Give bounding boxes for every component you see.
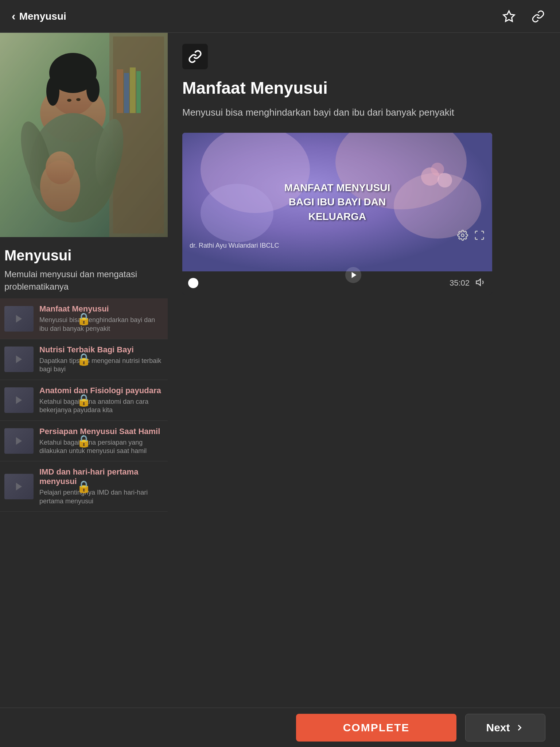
bottom-bar: COMPLETE Next: [0, 708, 560, 747]
left-column: Menyusui Memulai menyusui dan mengatasi …: [0, 33, 168, 512]
complete-button[interactable]: COMPLETE: [296, 714, 456, 742]
svg-marker-35: [477, 279, 481, 286]
fullscreen-icon: [474, 230, 485, 241]
lesson-info: Manfaat Menyusui Menyusui bisa menghinda…: [39, 304, 163, 333]
lesson-detail-title: Manfaat Menyusui: [182, 78, 545, 98]
lesson-link-badge: [182, 44, 208, 69]
chevron-right-icon: [514, 723, 525, 733]
video-top-controls: [457, 230, 485, 242]
svg-marker-34: [351, 272, 356, 278]
lesson-info: IMD dan hari-hari pertama menyusui Pelaj…: [39, 467, 163, 506]
video-thumbnail: MANFAAT MENYUSUI BAGI IBU BAYI DAN KELUA…: [182, 133, 492, 271]
header: ‹ Menyusui: [0, 0, 560, 33]
lesson-thumbnail: 🔒: [4, 387, 34, 413]
lesson-description: Ketahui bagaimana persiapan yang dilakuk…: [39, 438, 163, 456]
lesson-description: Menyusui bisa menghindarkan bayi dan ibu…: [39, 316, 163, 333]
header-actions: [499, 6, 548, 27]
video-play-button[interactable]: [345, 267, 361, 283]
video-thumb-icon: [14, 481, 24, 492]
svg-marker-21: [16, 356, 22, 363]
video-thumb-icon: [14, 436, 24, 446]
hero-image-overlay: [0, 33, 168, 237]
svg-marker-22: [16, 396, 22, 404]
header-left: ‹ Menyusui: [12, 9, 66, 23]
lesson-thumbnail: 🔒: [4, 474, 34, 499]
svg-marker-0: [503, 11, 514, 22]
bottom-spacer: [0, 512, 560, 556]
video-thumb-icon: [14, 314, 24, 324]
video-overlay-text: MANFAAT MENYUSUI BAGI IBU BAYI DAN KELUA…: [260, 181, 415, 224]
lesson-description: Pelajari pentingnya IMD dan hari-hari pe…: [39, 488, 163, 506]
play-icon: [350, 271, 358, 279]
bookmark-button[interactable]: [499, 6, 519, 27]
lesson-name: Anatomi dan Fisiologi payudara: [39, 386, 163, 395]
link-badge-icon: [188, 50, 202, 63]
lesson-thumbnail: 🔒: [4, 306, 34, 332]
video-controls-bar: 35:02: [182, 271, 492, 295]
lesson-info: Persiapan Menyusui Saat Hamil Ketahui ba…: [39, 427, 163, 456]
lesson-item[interactable]: 🔒 Nutrisi Terbaik Bagi Bayi Dapatkan tip…: [0, 339, 168, 380]
lesson-thumbnail: 🔒: [4, 347, 34, 372]
svg-marker-24: [16, 483, 22, 490]
video-player[interactable]: MANFAAT MENYUSUI BAGI IBU BAYI DAN KELUA…: [182, 133, 492, 295]
svg-point-32: [438, 173, 452, 187]
lesson-info: Anatomi dan Fisiologi payudara Ketahui b…: [39, 386, 163, 415]
video-instructor: dr. Rathi Ayu Wulandari IBCLC: [190, 242, 279, 249]
svg-marker-20: [16, 315, 22, 322]
header-title: Menyusui: [19, 11, 66, 22]
lesson-item[interactable]: 🔒 Anatomi dan Fisiologi payudara Ketahui…: [0, 380, 168, 421]
chevron-left-icon: ‹: [12, 9, 16, 23]
main-content: Menyusui Memulai menyusui dan mengatasi …: [0, 33, 560, 512]
course-main-title: Menyusui: [4, 247, 163, 264]
share-icon: [532, 10, 545, 23]
lesson-name: Nutrisi Terbaik Bagi Bayi: [39, 345, 163, 355]
lesson-item[interactable]: 🔒 Manfaat Menyusui Menyusui bisa menghin…: [0, 298, 168, 339]
lesson-item[interactable]: 🔒 IMD dan hari-hari pertama menyusui Pel…: [0, 461, 168, 512]
lesson-description: Dapatkan tips ins mengenai nutrisi terba…: [39, 357, 163, 374]
video-volume-button[interactable]: [475, 277, 486, 289]
svg-point-33: [461, 234, 464, 237]
volume-icon: [475, 277, 486, 288]
settings-icon: [457, 230, 468, 241]
svg-marker-23: [16, 437, 22, 445]
course-main-desc: Memulai menyusui dan mengatasi problemat…: [4, 268, 163, 293]
video-duration: 35:02: [450, 278, 470, 288]
share-button[interactable]: [528, 6, 548, 27]
course-title-section: Menyusui Memulai menyusui dan mengatasi …: [0, 237, 168, 298]
next-button-label: Next: [486, 721, 510, 734]
hero-image-simulation: [0, 33, 168, 237]
video-bg: MANFAAT MENYUSUI BAGI IBU BAYI DAN KELUA…: [182, 133, 492, 271]
video-settings-button[interactable]: [457, 230, 468, 242]
video-progress-indicator[interactable]: [188, 278, 198, 288]
lesson-name: Persiapan Menyusui Saat Hamil: [39, 427, 163, 436]
video-fullscreen-button[interactable]: [474, 230, 485, 242]
lesson-name: IMD dan hari-hari pertama menyusui: [39, 467, 163, 486]
right-column: Manfaat Menyusui Menyusui bisa menghinda…: [168, 33, 560, 512]
video-thumb-icon: [14, 395, 24, 405]
star-icon: [502, 10, 516, 23]
lesson-item[interactable]: 🔒 Persiapan Menyusui Saat Hamil Ketahui …: [0, 421, 168, 462]
lesson-list: 🔒 Manfaat Menyusui Menyusui bisa menghin…: [0, 298, 168, 512]
lesson-thumbnail: 🔒: [4, 428, 34, 454]
hero-image: [0, 33, 168, 237]
lesson-detail-desc: Menyusui bisa menghindarkan bayi dan ibu…: [182, 105, 545, 120]
lesson-info: Nutrisi Terbaik Bagi Bayi Dapatkan tips …: [39, 345, 163, 374]
lesson-description: Ketahui bagaimana anatomi dan cara beker…: [39, 398, 163, 415]
next-button[interactable]: Next: [465, 714, 545, 742]
back-button[interactable]: ‹ Menyusui: [12, 9, 66, 23]
lesson-name: Manfaat Menyusui: [39, 304, 163, 314]
video-thumb-icon: [14, 354, 24, 364]
